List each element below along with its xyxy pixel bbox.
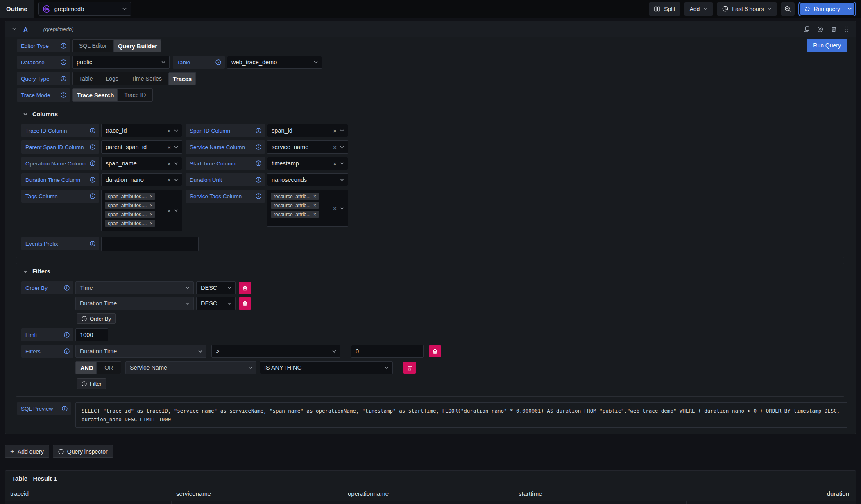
clear-icon[interactable]: × xyxy=(167,128,171,134)
column-header-duration[interactable]: duration xyxy=(686,488,856,501)
query-type-table[interactable]: Table xyxy=(73,72,99,85)
trace-id-column-select[interactable]: trace_id × xyxy=(101,124,182,137)
info-icon[interactable] xyxy=(256,193,261,199)
add-button[interactable]: Add xyxy=(684,2,713,16)
order-by-direction-select[interactable]: DESC xyxy=(196,281,236,294)
info-icon[interactable] xyxy=(62,406,68,411)
clear-icon[interactable]: × xyxy=(167,144,171,150)
info-icon[interactable] xyxy=(64,285,70,291)
operation-name-column-select[interactable]: span_name × xyxy=(101,157,182,170)
columns-section-header[interactable]: Columns xyxy=(23,111,838,118)
run-query-button[interactable]: Run query xyxy=(800,3,845,15)
remove-order-by-button[interactable] xyxy=(239,297,251,310)
query-type-traces[interactable]: Traces xyxy=(168,72,195,85)
limit-input[interactable] xyxy=(75,328,108,341)
time-range-picker[interactable]: Last 6 hours xyxy=(717,2,777,16)
info-icon[interactable] xyxy=(61,92,66,98)
info-icon[interactable] xyxy=(256,144,261,150)
editor-type-query-builder[interactable]: Query Builder xyxy=(113,40,161,52)
delete-query-icon[interactable] xyxy=(831,26,836,32)
duration-unit-select[interactable]: nanoseconds xyxy=(267,173,348,186)
filter-field-select[interactable]: Service Name xyxy=(125,361,256,374)
order-by-direction-select[interactable]: DESC xyxy=(196,297,236,310)
info-icon[interactable] xyxy=(90,193,95,199)
remove-chip-icon[interactable]: × xyxy=(150,212,152,217)
events-prefix-input[interactable] xyxy=(101,237,199,251)
table-select[interactable]: web_trace_demo xyxy=(227,56,322,69)
drag-handle-icon[interactable] xyxy=(844,26,848,32)
tags-column-multiselect[interactable]: span_attributes....× span_attributes....… xyxy=(101,190,182,231)
filters-section-header[interactable]: Filters xyxy=(23,268,838,275)
filter-value-input[interactable] xyxy=(351,345,424,358)
info-icon[interactable] xyxy=(90,241,95,246)
service-tags-column-multiselect[interactable]: resource_attrib...× resource_attrib...× … xyxy=(267,190,348,227)
remove-chip-icon[interactable]: × xyxy=(150,194,152,199)
outline-toggle[interactable]: Outline xyxy=(0,0,34,18)
remove-chip-icon[interactable]: × xyxy=(150,203,152,208)
filter-operator-select[interactable]: IS ANYTHING xyxy=(260,361,393,374)
add-query-button[interactable]: + Add query xyxy=(5,445,49,458)
filter-field-select[interactable]: Duration Time xyxy=(75,345,206,358)
clear-icon[interactable]: × xyxy=(333,160,337,167)
clear-icon[interactable]: × xyxy=(333,144,337,150)
editor-type-sql-editor[interactable]: SQL Editor xyxy=(73,40,113,52)
add-filter-button[interactable]: Filter xyxy=(77,378,106,389)
info-icon[interactable] xyxy=(90,177,95,183)
clear-icon[interactable]: × xyxy=(333,205,337,211)
clear-icon[interactable]: × xyxy=(167,208,171,214)
info-icon[interactable] xyxy=(64,332,70,338)
duplicate-query-icon[interactable] xyxy=(804,26,809,32)
add-order-by-button[interactable]: Order By xyxy=(77,313,116,324)
info-icon[interactable] xyxy=(256,128,261,133)
remove-filter-button[interactable] xyxy=(429,345,441,357)
info-icon[interactable] xyxy=(90,144,95,150)
database-select[interactable]: public xyxy=(72,56,170,69)
column-header-servicename[interactable]: servicename xyxy=(171,488,343,501)
info-icon[interactable] xyxy=(90,128,95,133)
collapse-chevron-icon[interactable] xyxy=(12,27,17,32)
remove-filter-button[interactable] xyxy=(403,362,416,374)
clear-icon[interactable]: × xyxy=(333,128,337,134)
info-icon[interactable] xyxy=(90,160,95,166)
info-icon[interactable] xyxy=(256,160,261,166)
query-inspector-button[interactable]: Query inspector xyxy=(53,445,113,458)
remove-chip-icon[interactable]: × xyxy=(313,194,316,199)
duration-time-column-select[interactable]: duration_nano × xyxy=(101,173,182,186)
info-icon[interactable] xyxy=(256,177,261,183)
column-header-traceid[interactable]: traceid xyxy=(5,488,171,501)
column-header-operationname[interactable]: operationname xyxy=(343,488,514,501)
datasource-picker[interactable]: greptimedb xyxy=(38,2,131,16)
column-header-starttime[interactable]: starttime xyxy=(514,488,686,501)
remove-chip-icon[interactable]: × xyxy=(313,212,316,217)
query-row-header[interactable]: A (greptimedb) xyxy=(5,21,856,37)
order-by-field-select[interactable]: Time xyxy=(75,281,194,294)
query-type-time-series[interactable]: Time Series xyxy=(125,72,168,85)
conjunction-and[interactable]: AND xyxy=(76,362,97,374)
filter-operator-select[interactable]: > xyxy=(211,345,340,358)
collapse-chevron-icon xyxy=(23,112,28,117)
remove-chip-icon[interactable]: × xyxy=(150,221,152,226)
query-type-logs[interactable]: Logs xyxy=(99,72,125,85)
remove-chip-icon[interactable]: × xyxy=(313,203,316,208)
parent-span-id-column-select[interactable]: parent_span_id × xyxy=(101,140,182,154)
hide-response-icon[interactable] xyxy=(817,26,823,32)
info-icon[interactable] xyxy=(215,59,221,65)
run-query-options-button[interactable] xyxy=(845,3,854,15)
run-query-editor-button[interactable]: Run Query xyxy=(807,39,847,52)
trace-mode-search[interactable]: Trace Search xyxy=(73,89,118,102)
remove-order-by-button[interactable] xyxy=(239,282,251,294)
clear-icon[interactable]: × xyxy=(167,160,171,167)
conjunction-or[interactable]: OR xyxy=(97,362,121,374)
split-button[interactable]: Split xyxy=(649,2,680,16)
span-id-column-select[interactable]: span_id × xyxy=(267,124,348,137)
order-by-field-select[interactable]: Duration Time xyxy=(75,297,194,310)
time-zoom-out-button[interactable] xyxy=(781,2,795,16)
start-time-column-select[interactable]: timestamp × xyxy=(267,157,348,170)
clear-icon[interactable]: × xyxy=(167,177,171,183)
trace-mode-id[interactable]: Trace ID xyxy=(118,89,152,101)
info-icon[interactable] xyxy=(61,59,66,65)
info-icon[interactable] xyxy=(61,43,66,49)
service-name-column-select[interactable]: service_name × xyxy=(267,140,348,154)
info-icon[interactable] xyxy=(61,76,66,81)
info-icon[interactable] xyxy=(64,348,70,354)
